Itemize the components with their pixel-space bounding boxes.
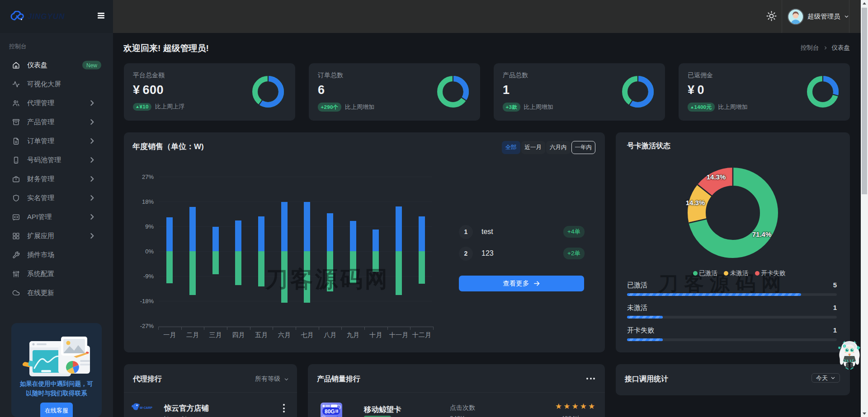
svg-text:80G: 80G [325,408,335,415]
svg-text:W·CARP: W·CARP [140,406,152,409]
